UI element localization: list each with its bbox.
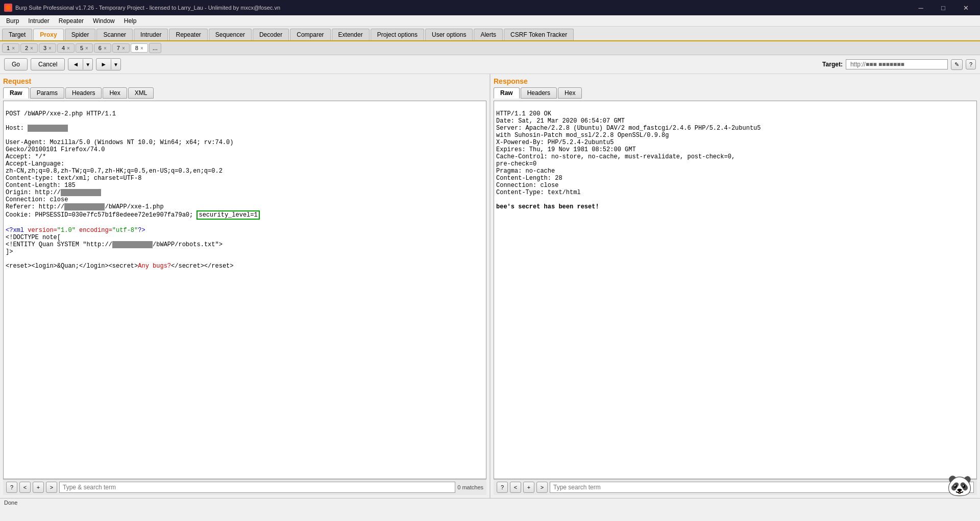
- response-title: Response: [494, 77, 977, 85]
- tab-sequencer[interactable]: Sequencer: [209, 29, 252, 40]
- sub-tab-7[interactable]: 7 ×: [112, 43, 130, 53]
- request-title: Request: [3, 77, 486, 85]
- sub-tab-bar: 1 × 2 × 3 × 4 × 5 × 6 × 7 × 8 × ...: [0, 41, 980, 55]
- tab-repeater[interactable]: Repeater: [169, 29, 207, 40]
- status-text: Done: [4, 500, 17, 506]
- sub-tab-3[interactable]: 3 ×: [39, 43, 56, 53]
- sub-tab-6[interactable]: 6 ×: [94, 43, 111, 53]
- tab-comparer[interactable]: Comparer: [290, 29, 330, 40]
- response-tab-hex[interactable]: Hex: [558, 87, 582, 99]
- target-label: Target:: [822, 61, 843, 68]
- response-search-help[interactable]: ?: [497, 482, 508, 493]
- main-tab-bar: Target Proxy Spider Scanner Intruder Rep…: [0, 27, 980, 41]
- response-search-next[interactable]: >: [536, 482, 548, 493]
- tab-proxy[interactable]: Proxy: [33, 29, 63, 40]
- back-nav-group: ◄ ▼: [68, 58, 93, 70]
- request-content[interactable]: POST /bWAPP/xxe-2.php HTTP/1.1 Host: ■■■…: [3, 101, 486, 479]
- tab-csrf-token-tracker[interactable]: CSRF Token Tracker: [504, 29, 574, 40]
- forward-dropdown[interactable]: ▼: [111, 60, 120, 69]
- sub-tab-2[interactable]: 2 ×: [20, 43, 38, 53]
- forward-nav-group: ► ▼: [96, 58, 121, 70]
- tab-extender[interactable]: Extender: [332, 29, 370, 40]
- content-area: Request Raw Params Headers Hex XML POST …: [0, 74, 980, 498]
- close-tab-4[interactable]: ×: [67, 45, 70, 51]
- request-tab-params[interactable]: Params: [30, 87, 64, 99]
- go-button[interactable]: Go: [4, 58, 28, 70]
- app-icon: [4, 4, 12, 12]
- menu-bar: Burp Intruder Repeater Window Help: [0, 15, 980, 27]
- close-tab-6[interactable]: ×: [104, 45, 107, 51]
- sub-tab-8[interactable]: 8 ×: [131, 43, 148, 53]
- back-button[interactable]: ◄: [68, 59, 83, 69]
- tab-target[interactable]: Target: [2, 29, 32, 40]
- response-search-prev[interactable]: <: [510, 482, 521, 493]
- tab-spider[interactable]: Spider: [65, 29, 96, 40]
- response-content[interactable]: HTTP/1.1 200 OK Date: Sat, 21 Mar 2020 0…: [494, 101, 977, 479]
- target-value: http://■■■ ■■■■■■■: [846, 59, 948, 69]
- request-line-ua: User-Agent: Mozilla/5.0 (Windows NT 10.0…: [6, 139, 260, 270]
- request-match-count: 0 matches: [457, 484, 483, 490]
- mascot: 🐼: [939, 465, 980, 506]
- minimize-button[interactable]: ─: [911, 0, 931, 15]
- request-tab-headers[interactable]: Headers: [65, 87, 102, 99]
- menu-help[interactable]: Help: [120, 16, 141, 26]
- request-tab-hex[interactable]: Hex: [103, 87, 127, 99]
- menu-intruder[interactable]: Intruder: [24, 16, 53, 26]
- forward-button[interactable]: ►: [96, 59, 111, 69]
- window-title: Burp Suite Professional v1.7.26 - Tempor…: [15, 5, 280, 11]
- response-search-add[interactable]: +: [523, 482, 534, 493]
- close-tab-8[interactable]: ×: [140, 45, 143, 51]
- target-help-button[interactable]: ?: [966, 59, 976, 69]
- title-bar: Burp Suite Professional v1.7.26 - Tempor…: [0, 0, 980, 15]
- request-tab-bar: Raw Params Headers Hex XML: [3, 87, 486, 99]
- tab-alerts[interactable]: Alerts: [474, 29, 503, 40]
- response-line-status: HTTP/1.1 200 OK Date: Sat, 21 Mar 2020 0…: [496, 110, 761, 210]
- sub-tab-5[interactable]: 5 ×: [76, 43, 93, 53]
- request-search-help[interactable]: ?: [6, 482, 17, 493]
- tab-scanner[interactable]: Scanner: [96, 29, 133, 40]
- request-panel: Request Raw Params Headers Hex XML POST …: [0, 74, 491, 498]
- request-tab-raw[interactable]: Raw: [3, 87, 29, 99]
- tab-intruder[interactable]: Intruder: [134, 29, 168, 40]
- menu-repeater[interactable]: Repeater: [55, 16, 88, 26]
- tab-project-options[interactable]: Project options: [371, 29, 424, 40]
- request-line-method: POST /bWAPP/xxe-2.php HTTP/1.1: [6, 110, 116, 117]
- request-line-host: Host: ■■■ ■■■ ■■■: [6, 125, 68, 132]
- toolbar: Go Cancel ◄ ▼ ► ▼ Target: http://■■■ ■■■…: [0, 55, 980, 74]
- response-tab-headers[interactable]: Headers: [521, 87, 557, 99]
- maximize-button[interactable]: □: [933, 0, 953, 15]
- menu-window[interactable]: Window: [89, 16, 119, 26]
- close-tab-3[interactable]: ×: [48, 45, 52, 51]
- back-dropdown[interactable]: ▼: [83, 60, 92, 69]
- response-tab-raw[interactable]: Raw: [494, 87, 520, 99]
- response-tab-bar: Raw Headers Hex: [494, 87, 977, 99]
- close-tab-1[interactable]: ×: [12, 45, 15, 51]
- close-tab-5[interactable]: ×: [85, 45, 88, 51]
- svg-point-0: [6, 5, 11, 10]
- request-search-next[interactable]: >: [46, 482, 57, 493]
- tab-user-options[interactable]: User options: [425, 29, 473, 40]
- cancel-button[interactable]: Cancel: [31, 58, 65, 70]
- close-button[interactable]: ✕: [955, 0, 976, 15]
- target-edit-button[interactable]: ✎: [951, 59, 963, 70]
- menu-burp[interactable]: Burp: [2, 16, 23, 26]
- response-search-input[interactable]: [550, 482, 974, 493]
- status-bar: Done: [0, 498, 980, 507]
- sub-tab-1[interactable]: 1 ×: [2, 43, 19, 53]
- tab-decoder[interactable]: Decoder: [253, 29, 289, 40]
- request-tab-xml[interactable]: XML: [128, 87, 154, 99]
- close-tab-2[interactable]: ×: [30, 45, 33, 51]
- close-tab-7[interactable]: ×: [122, 45, 125, 51]
- more-tabs-button[interactable]: ...: [149, 43, 161, 53]
- response-panel: Response Raw Headers Hex HTTP/1.1 200 OK…: [491, 74, 980, 498]
- request-search-bar: ? < + > 0 matches: [3, 479, 486, 495]
- target-area: Target: http://■■■ ■■■■■■■ ✎ ?: [822, 59, 976, 70]
- sub-tab-4[interactable]: 4 ×: [57, 43, 75, 53]
- request-search-input[interactable]: [59, 482, 455, 493]
- request-search-add[interactable]: +: [33, 482, 44, 493]
- response-search-bar: ? < + >: [494, 479, 977, 495]
- request-search-prev[interactable]: <: [19, 482, 31, 493]
